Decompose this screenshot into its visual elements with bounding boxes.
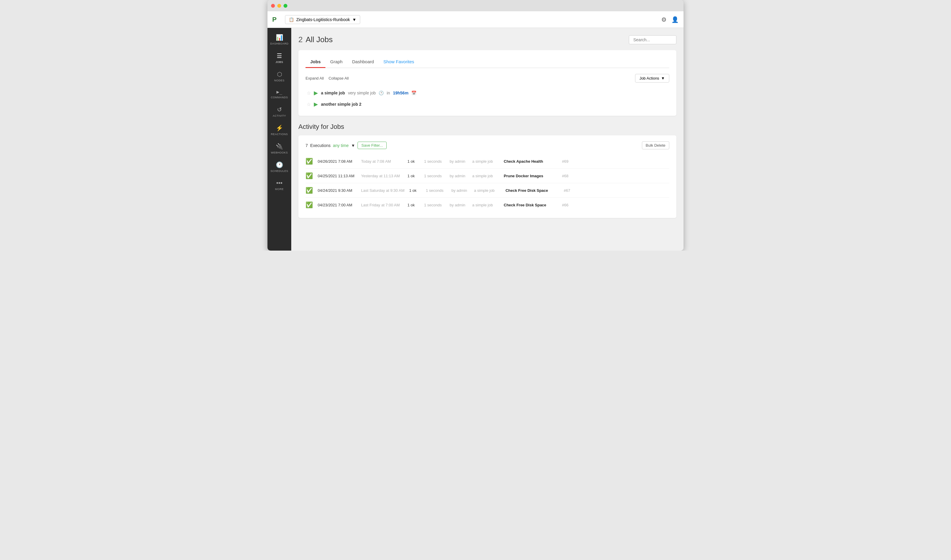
executions-info: 7 Executions any time ▼ Save Filter... [306,142,387,149]
settings-icon[interactable]: ⚙ [661,16,667,23]
dashboard-icon: 📊 [276,34,283,41]
calendar-icon-1: 📅 [411,91,416,95]
job-row: ☆ ▶ a simple job very simple job 🕐 in 19… [306,87,669,98]
page-title-text: All Jobs [306,35,333,44]
activity-card: 7 Executions any time ▼ Save Filter... B… [298,135,676,218]
project-name: Zingbats-Logitistics-Runbook [296,17,350,22]
tab-jobs[interactable]: Jobs [306,56,326,68]
save-filter-button[interactable]: Save Filter... [358,142,387,149]
user-icon[interactable]: 👤 [672,16,679,23]
success-icon: ✅ [306,172,313,179]
exec-duration: 1 seconds [426,188,447,193]
exec-num: #69 [562,159,568,164]
sidebar-label-jobs: JOBS [275,61,283,63]
exec-by: by admin [450,174,468,178]
executions-label: Executions [310,143,330,148]
exec-count: 7 [306,143,308,148]
exec-command: Check Free Disk Space [505,188,559,193]
exec-date: 04/23/2021 7:00 AM [318,203,356,207]
exec-by: by admin [451,188,469,193]
tab-graph[interactable]: Graph [326,56,347,68]
reactions-icon: ⚡ [276,125,283,132]
sidebar: 📊 DASHBOARD ☰ JOBS ⬡ NODES ▶_ COMMANDS ↺… [267,28,291,251]
search-input[interactable] [629,35,676,44]
job-row: ☆ ▶ another simple job 2 [306,98,669,110]
tab-show-favorites[interactable]: Show Favorites [378,56,419,68]
job-actions-chevron: ▼ [661,76,665,80]
exec-row: ✅ 04/23/2021 7:00 AM Last Friday at 7:00… [306,197,669,212]
job-name-1: a simple job [321,91,345,95]
sidebar-item-more[interactable]: ••• MORE [267,176,291,194]
exec-command: Check Apache Health [504,159,557,164]
jobs-tabs: Jobs Graph Dashboard Show Favorites [306,56,669,68]
activity-icon: ↺ [277,106,282,113]
close-button[interactable] [271,4,275,8]
page-title-row: 2 All Jobs [298,35,676,44]
sidebar-item-jobs[interactable]: ☰ JOBS [267,49,291,67]
job-controls-left: Expand All Collapse All [306,76,349,80]
jobs-list: ☆ ▶ a simple job very simple job 🕐 in 19… [306,87,669,110]
exec-command: Check Free Disk Space [504,203,557,207]
exec-duration: 1 seconds [424,174,445,178]
maximize-button[interactable] [284,4,287,8]
minimize-button[interactable] [277,4,281,8]
project-selector[interactable]: 📋 Zingbats-Logitistics-Runbook ▼ [285,15,360,24]
sidebar-item-activity[interactable]: ↺ ACTIVITY [267,102,291,121]
sidebar-label-dashboard: DASHBOARD [270,42,289,45]
exec-date: 04/26/2021 7:08 AM [318,159,356,164]
app-window: P 📋 Zingbats-Logitistics-Runbook ▼ ⚙ 👤 📊… [267,0,684,251]
chevron-down-icon: ▼ [352,17,356,22]
exec-ok: 1 ok [409,188,421,193]
success-icon: ✅ [306,201,313,208]
sidebar-item-nodes[interactable]: ⬡ NODES [267,67,291,86]
job-name-2: another simple job 2 [321,102,361,106]
exec-row: ✅ 04/26/2021 7:08 AM Today at 7:08 AM 1 … [306,154,669,168]
exec-duration: 1 seconds [424,159,445,164]
execution-rows: ✅ 04/26/2021 7:08 AM Today at 7:08 AM 1 … [306,154,669,212]
page-title: 2 All Jobs [298,35,333,44]
sidebar-item-webhooks[interactable]: 🔌 WEBHOOKS [267,139,291,158]
sidebar-item-schedules[interactable]: 🕐 SCHEDULES [267,158,291,176]
sidebar-label-nodes: NODES [274,79,285,82]
webhooks-icon: 🔌 [276,143,283,150]
exec-ok: 1 ok [408,174,419,178]
expand-all-link[interactable]: Expand All [306,76,324,80]
job-actions-button[interactable]: Job Actions ▼ [635,74,669,83]
sidebar-item-reactions[interactable]: ⚡ REACTIONS [267,121,291,139]
exec-date: 04/25/2021 11:13 AM [318,174,356,178]
anytime-link[interactable]: any time [333,143,349,148]
sidebar-label-webhooks: WEBHOOKS [271,151,288,154]
titlebar [267,0,684,11]
job-controls: Expand All Collapse All Job Actions ▼ [306,74,669,83]
page-count: 2 [298,35,303,44]
app-body: 📊 DASHBOARD ☰ JOBS ⬡ NODES ▶_ COMMANDS ↺… [267,28,684,251]
exec-duration: 1 seconds [424,203,445,207]
commands-icon: ▶_ [276,89,282,95]
run-job-button-1[interactable]: ▶ [314,90,318,96]
success-icon: ✅ [306,187,313,194]
activity-section-title: Activity for Jobs [298,123,676,131]
schedule-time-1: 19h56m [393,91,408,95]
more-icon: ••• [276,180,283,186]
run-job-button-2[interactable]: ▶ [314,101,318,108]
favorite-star-2[interactable]: ☆ [307,102,311,107]
header-icons: ⚙ 👤 [661,16,679,23]
exec-command: Prune Docker Images [504,174,557,178]
exec-num: #67 [564,188,570,193]
exec-by: by admin [450,203,468,207]
success-icon: ✅ [306,158,313,165]
exec-job: a simple job [474,188,501,193]
brand-logo: P [272,16,277,23]
in-label-1: in [387,91,390,95]
sidebar-item-dashboard[interactable]: 📊 DASHBOARD [267,30,291,49]
project-icon: 📋 [289,17,294,22]
sidebar-label-activity: ACTIVITY [273,114,286,117]
sidebar-label-reactions: REACTIONS [271,133,288,136]
sidebar-label-commands: COMMANDS [271,96,288,99]
tab-dashboard[interactable]: Dashboard [347,56,378,68]
favorite-star-1[interactable]: ☆ [307,90,311,96]
sidebar-item-commands[interactable]: ▶_ COMMANDS [267,86,291,102]
bulk-delete-button[interactable]: Bulk Delete [642,142,669,149]
activity-header: 7 Executions any time ▼ Save Filter... B… [306,142,669,149]
collapse-all-link[interactable]: Collapse All [328,76,349,80]
